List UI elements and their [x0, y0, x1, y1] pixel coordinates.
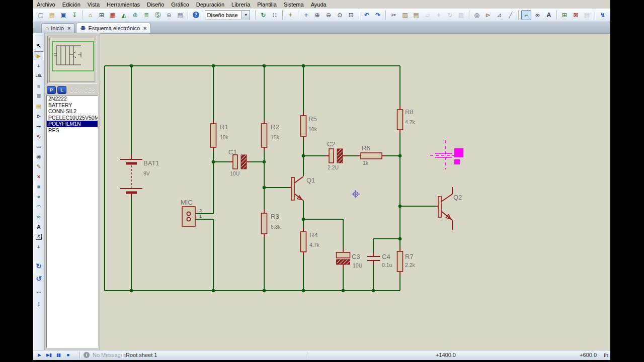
device-item-pcelec10u25v50m[interactable]: PCELEC10U25V50M: [47, 115, 98, 121]
schematic-svg[interactable]: BAT1 9V R1 10k R2 15k R3 6.8k: [100, 34, 610, 350]
undo-icon[interactable]: ↶: [362, 10, 372, 20]
menu-diseno[interactable]: Diseño: [143, 1, 168, 8]
redo-icon[interactable]: ↷: [373, 10, 383, 20]
zoom-to-part-icon[interactable]: ◎: [472, 10, 482, 20]
pcb-layout-icon[interactable]: ▦: [108, 10, 118, 20]
graph-mode-icon[interactable]: ∿: [34, 132, 44, 141]
play-button[interactable]: ▶: [35, 351, 43, 358]
goto-sheet-icon[interactable]: ▤: [582, 10, 592, 20]
rotate-cw-icon[interactable]: ↻: [34, 260, 44, 272]
voltage-probe-mode-icon[interactable]: ✎: [34, 162, 44, 171]
new-sheet-icon[interactable]: ⊞: [559, 10, 570, 20]
menu-grafico[interactable]: Gráfico: [168, 1, 192, 8]
block-move-icon[interactable]: +: [434, 10, 444, 20]
close-icon[interactable]: ×: [67, 25, 70, 31]
2d-box-mode-icon[interactable]: ■: [34, 182, 44, 191]
component-r5[interactable]: R5 10k: [301, 115, 317, 136]
close-icon[interactable]: ×: [143, 25, 146, 31]
tab-esquema-electronico[interactable]: Esquema electrónico ×: [76, 23, 150, 33]
design-explorer-icon[interactable]: ≣: [141, 10, 151, 20]
component-r6[interactable]: R6 1k: [361, 144, 382, 166]
schematic-canvas[interactable]: BAT1 9V R1 10k R2 15k R3 6.8k: [100, 33, 610, 350]
device-item-battery[interactable]: BATTERY: [47, 102, 98, 109]
new-file-icon[interactable]: ▢: [36, 10, 46, 20]
component-q2[interactable]: Q2: [438, 194, 462, 220]
mirror-h-icon[interactable]: ↔: [34, 286, 44, 297]
menu-plantilla[interactable]: Plantilla: [254, 1, 280, 8]
home-icon[interactable]: ⌂: [85, 10, 95, 20]
refresh-icon[interactable]: ↻: [258, 10, 268, 20]
current-probe-mode-icon[interactable]: ×: [34, 172, 44, 181]
schematic-capture-icon[interactable]: ⊞: [97, 10, 107, 20]
zoom-full-icon[interactable]: ⊙: [335, 10, 345, 20]
save-file-icon[interactable]: ▣: [58, 10, 68, 20]
component-c2[interactable]: C2 2.2U: [327, 140, 343, 170]
zoom-out-icon[interactable]: ⊖: [324, 10, 334, 20]
wire-autorouter-icon[interactable]: ⌐: [521, 10, 531, 20]
block-copy-icon[interactable]: ▱: [422, 10, 432, 20]
component-c3[interactable]: C3 10U: [337, 252, 363, 268]
zoom-area-icon[interactable]: ⊡: [346, 10, 356, 20]
notes-icon[interactable]: ▤: [175, 10, 185, 20]
menu-archivo[interactable]: Archivo: [33, 1, 59, 8]
component-mic[interactable]: MIC 2 1: [181, 199, 202, 226]
component-r4[interactable]: R4 4.7k: [301, 231, 320, 252]
2d-arc-mode-icon[interactable]: ◠: [34, 202, 44, 211]
menu-edicion[interactable]: Edición: [59, 1, 84, 8]
block-delete-icon[interactable]: ▨: [456, 10, 466, 20]
block-rotate-icon[interactable]: ↻: [445, 10, 455, 20]
2d-circle-mode-icon[interactable]: ●: [34, 192, 44, 201]
menu-depuracion[interactable]: Depuración: [193, 1, 228, 8]
decompose-icon[interactable]: ╱: [506, 10, 516, 20]
device-item-2n2222[interactable]: 2N2222: [47, 96, 98, 102]
step-button[interactable]: ▶▮: [45, 351, 53, 358]
cut-icon[interactable]: ✂: [388, 10, 398, 20]
component-r8[interactable]: R8 4.7k: [397, 108, 416, 130]
component-c4[interactable]: C4 0.1u: [367, 253, 392, 268]
help-icon[interactable]: ?: [191, 10, 201, 20]
menu-libreria[interactable]: Librería: [228, 1, 254, 8]
import-file-icon[interactable]: ↧: [69, 10, 79, 20]
property-assignment-icon[interactable]: A: [544, 10, 554, 20]
2d-text-mode-icon[interactable]: A: [34, 222, 44, 231]
remove-sheet-icon[interactable]: ⊠: [571, 10, 581, 20]
component-bat1[interactable]: BAT1 9V: [120, 159, 159, 193]
device-pin-mode-icon[interactable]: ⊸: [34, 122, 44, 131]
component-r2[interactable]: R2 15k: [262, 123, 280, 147]
chevron-down-icon[interactable]: ▼: [242, 11, 250, 19]
search-tag-icon[interactable]: ∞: [532, 10, 542, 20]
tab-inicio[interactable]: ⌂ Inicio ×: [41, 23, 74, 33]
gerber-viewer-icon[interactable]: ⊛: [130, 10, 140, 20]
marker-mode-icon[interactable]: +: [34, 242, 44, 251]
open-file-icon[interactable]: ▤: [47, 10, 57, 20]
device-item-conn-sil2[interactable]: CONN-SIL2: [47, 108, 98, 115]
component-r7[interactable]: R7 2.2k: [397, 251, 416, 272]
bus-mode-icon[interactable]: ≣: [34, 92, 44, 101]
3d-visualizer-icon[interactable]: ◭: [119, 10, 129, 20]
zap-icon[interactable]: ↯: [598, 10, 608, 20]
menu-ayuda[interactable]: Ayuda: [307, 1, 330, 8]
subcircuit-mode-icon[interactable]: ▤: [34, 102, 44, 111]
component-r1[interactable]: R1 10k: [211, 123, 229, 147]
text-script-mode-icon[interactable]: ≡: [34, 81, 44, 90]
make-device-icon[interactable]: ⊳: [483, 10, 493, 20]
stop-button[interactable]: ■: [64, 351, 72, 358]
packaging-tool-icon[interactable]: ⊿: [494, 10, 504, 20]
menu-herramientas[interactable]: Herramientas: [103, 1, 143, 8]
generator-mode-icon[interactable]: ◉: [34, 152, 44, 161]
terminal-mode-icon[interactable]: ⊳: [34, 112, 44, 121]
component-q1[interactable]: Q1: [291, 176, 315, 201]
tape-recorder-mode-icon[interactable]: ▭: [34, 142, 44, 151]
simulation-log-icon[interactable]: ⊝: [164, 10, 174, 20]
library-button[interactable]: L: [57, 86, 66, 94]
component-mode-icon[interactable]: ▶: [34, 51, 44, 60]
grid-icon[interactable]: ∷: [270, 10, 280, 20]
selection-mode-icon[interactable]: ↖: [34, 41, 44, 50]
2d-path-mode-icon[interactable]: ∞: [34, 212, 44, 221]
pan-icon[interactable]: +: [301, 10, 311, 20]
pick-devices-button[interactable]: P: [47, 86, 56, 94]
2d-symbol-mode-icon[interactable]: S: [35, 233, 42, 240]
design-selector[interactable]: Diseño base▼: [205, 10, 251, 20]
paste-icon[interactable]: ▤: [411, 10, 421, 20]
menu-vista[interactable]: Vista: [84, 1, 103, 8]
